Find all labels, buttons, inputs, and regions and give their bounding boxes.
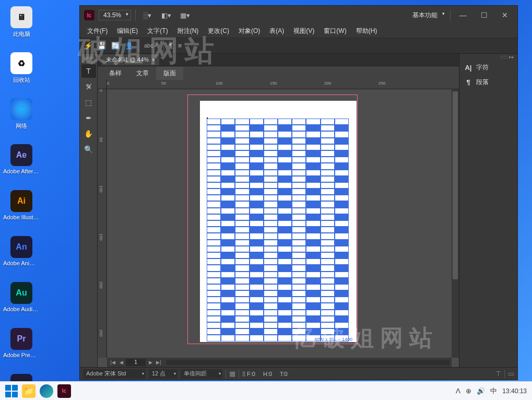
measure-icon[interactable]: ⊤ bbox=[495, 370, 501, 378]
panel-icon: ¶ bbox=[465, 78, 472, 86]
position-tool[interactable]: ⬚ bbox=[81, 96, 96, 109]
prev-page-button[interactable]: ◀ bbox=[117, 359, 125, 366]
screen-mode-icon[interactable]: ◧▾ bbox=[159, 9, 173, 21]
tray-chevron-icon[interactable]: ᐱ bbox=[456, 387, 460, 395]
minimize-button[interactable]: — bbox=[455, 9, 471, 21]
arrange-icon[interactable]: ▦▾ bbox=[178, 9, 192, 21]
panel-collapse-icon[interactable]: :::::: ▸▸ bbox=[459, 54, 517, 60]
menu-item[interactable]: 视图(V) bbox=[289, 25, 318, 37]
menu-item[interactable]: 更改(C) bbox=[204, 25, 233, 37]
vertical-scrollbar[interactable] bbox=[452, 89, 459, 358]
panel-button[interactable]: ¶段落 bbox=[459, 75, 517, 89]
app-icon: Au bbox=[10, 282, 32, 304]
leading-dropdown[interactable]: 单倍间距 bbox=[181, 369, 222, 379]
menu-item[interactable]: 窗口(W) bbox=[320, 25, 350, 37]
zoom-tool[interactable]: 🔍 bbox=[81, 143, 96, 156]
app-icon: Ai bbox=[10, 190, 32, 212]
first-page-button[interactable]: |◀ bbox=[109, 359, 116, 366]
edge-taskbar-icon[interactable] bbox=[40, 384, 53, 398]
ime-indicator[interactable]: 中 bbox=[490, 386, 497, 396]
desktop-icon[interactable]: 🌐网络 bbox=[2, 96, 41, 142]
icon-label: 网络 bbox=[16, 122, 27, 130]
eyedropper-tool[interactable]: ✒ bbox=[81, 111, 96, 125]
app-icon: 🌐 bbox=[10, 98, 32, 120]
horizontal-ruler: 050100150200250 bbox=[107, 80, 459, 89]
titlebar: Ic 43.5% ░▾ ◧▾ ▦▾ 基本功能 — ☐ ✕ bbox=[80, 6, 517, 25]
canvas[interactable]: 050100150200250 050100150200250 40W x 35… bbox=[98, 80, 459, 367]
desktop-icon[interactable]: 🖥此电脑 bbox=[2, 4, 41, 50]
incopy-taskbar-icon[interactable]: Ic bbox=[57, 384, 71, 398]
view-mode-tab[interactable]: 条样 bbox=[102, 67, 129, 80]
document-tabbar: 未命名-1 @ 44% × bbox=[98, 54, 459, 66]
font-family-dropdown[interactable]: Adobe 宋体 Std bbox=[83, 369, 146, 379]
app-icon: ♻ bbox=[10, 52, 32, 74]
network-tray-icon[interactable]: ⊕ bbox=[466, 387, 471, 395]
desktop-icon[interactable]: AuAdobe Audition bbox=[2, 280, 41, 326]
menu-item[interactable]: 帮助(H) bbox=[352, 25, 382, 37]
incopy-window: Ic 43.5% ░▾ ◧▾ ▦▾ 基本功能 — ☐ ✕ 文件(F)编辑(E)文… bbox=[79, 5, 518, 380]
user-icon[interactable]: 👤 bbox=[125, 42, 133, 50]
start-button[interactable] bbox=[5, 385, 18, 397]
note-tool[interactable]: ✎̸ bbox=[81, 80, 96, 93]
bottom-bar: Adobe 宋体 Std 12 点 单倍间距 ▦ ▯F:0 H:0 T:0 ⊤ … bbox=[80, 367, 517, 380]
edit-icon[interactable]: ⚡ bbox=[84, 42, 92, 50]
save-icon[interactable]: 💾 bbox=[98, 42, 106, 50]
close-button[interactable]: ✕ bbox=[496, 9, 513, 21]
view-options-icon[interactable]: ░▾ bbox=[140, 9, 155, 21]
clock[interactable]: 13:40:13 bbox=[502, 387, 527, 395]
document-tab[interactable]: 未命名-1 @ 44% × bbox=[102, 54, 159, 65]
app-logo-icon: Ic bbox=[84, 10, 94, 20]
pilcrow-icon[interactable]: ¶ bbox=[169, 42, 173, 50]
view-mode-tab[interactable]: 版面 bbox=[156, 67, 183, 80]
last-page-button[interactable]: ▶| bbox=[155, 359, 162, 366]
icon-label: 回收站 bbox=[13, 76, 30, 84]
view-mode-tabs: 条样文章版面 bbox=[98, 66, 459, 80]
zoom-dropdown[interactable]: 43.5% bbox=[99, 10, 131, 20]
hand-tool[interactable]: ✋ bbox=[81, 127, 96, 140]
desktop-icon[interactable]: ♻回收站 bbox=[2, 50, 41, 96]
update-icon[interactable]: 🔄 bbox=[111, 42, 120, 50]
range-icon[interactable]: ▭ bbox=[508, 370, 514, 378]
next-page-button[interactable]: ▶ bbox=[147, 359, 154, 366]
desktop-icon[interactable]: AeAdobe After Effects bbox=[2, 142, 41, 188]
app-icon: 🖥 bbox=[10, 6, 32, 28]
tool-panel: T ✎̸ ⬚ ✒ ✋ 🔍 bbox=[80, 54, 98, 367]
desktop-icon[interactable]: PrAdobe Premie... bbox=[2, 326, 41, 372]
desktop-icon[interactable]: AiAdobe Illustrator bbox=[2, 188, 41, 234]
close-tab-icon[interactable]: × bbox=[152, 57, 155, 63]
volume-tray-icon[interactable]: 🔊 bbox=[477, 387, 485, 395]
type-tool[interactable]: T bbox=[81, 64, 96, 78]
page-number-field[interactable]: 1 bbox=[126, 359, 146, 366]
desktop: 🖥此电脑♻回收站🌐网络AeAdobe After EffectsAiAdobe … bbox=[0, 0, 77, 376]
frame-fit-indicator: ▯F:0 H:0 T:0 bbox=[242, 370, 288, 377]
view-mode-tab[interactable]: 文章 bbox=[129, 67, 156, 80]
layout-grid bbox=[207, 119, 349, 342]
grid-icon[interactable]: ▦ bbox=[229, 370, 235, 378]
app-icon: Pr bbox=[10, 328, 32, 350]
menu-item[interactable]: 文件(F) bbox=[83, 25, 112, 37]
menu-item[interactable]: 文字(T) bbox=[143, 25, 172, 37]
menu-item[interactable]: 对象(O) bbox=[234, 25, 264, 37]
icon-label: 此电脑 bbox=[13, 30, 30, 38]
explorer-taskbar-icon[interactable]: 📁 bbox=[22, 384, 36, 398]
font-size-dropdown[interactable]: 12 点 bbox=[149, 369, 178, 379]
menu-item[interactable]: 表(A) bbox=[265, 25, 288, 37]
desktop-icon[interactable]: AnAdobe Animate bbox=[2, 234, 41, 280]
spellcheck-icon[interactable]: abc✓ bbox=[144, 42, 158, 49]
panel-button[interactable]: A|字符 bbox=[459, 60, 517, 75]
horizontal-scrollbar[interactable] bbox=[167, 360, 450, 365]
page-navigator: |◀ ◀ 1 ▶ ▶| bbox=[107, 358, 452, 367]
right-panel: :::::: ▸▸ A|字符¶段落 bbox=[459, 54, 517, 367]
maximize-button[interactable]: ☐ bbox=[476, 9, 492, 21]
menu-item[interactable]: 附注(N) bbox=[173, 25, 203, 37]
workspace-dropdown[interactable]: 基本功能 bbox=[408, 10, 446, 21]
lines-icon[interactable]: ≡ bbox=[178, 42, 182, 50]
document-area: 未命名-1 @ 44% × 条样文章版面 050100150200250 050… bbox=[98, 54, 459, 367]
menu-item[interactable]: 编辑(E) bbox=[113, 25, 142, 37]
app-icon: Ae bbox=[10, 144, 32, 166]
vertical-ruler: 050100150200250 bbox=[98, 89, 107, 358]
page[interactable]: 40W x 35L = 1400 bbox=[200, 101, 357, 342]
menubar: 文件(F)编辑(E)文字(T)附注(N)更改(C)对象(O)表(A)视图(V)窗… bbox=[80, 25, 517, 38]
icon-label: Adobe After Effects bbox=[3, 168, 40, 174]
control-bar: ⚡ 💾 🔄 👤 abc✓ ¶ ≡ bbox=[80, 38, 517, 54]
